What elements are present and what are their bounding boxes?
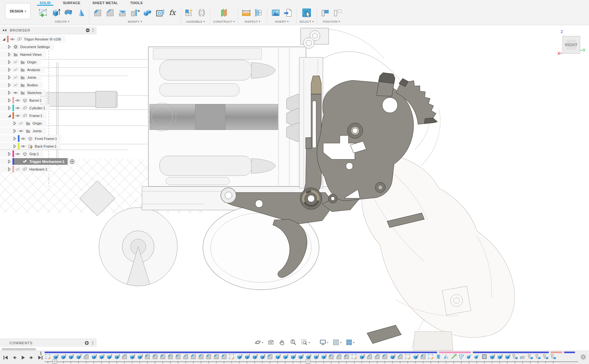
visibility-eye-icon[interactable] xyxy=(13,90,18,95)
expand-arrow-icon[interactable] xyxy=(7,159,12,164)
browser-row-content[interactable]: Document Settings xyxy=(12,43,53,50)
timeline-feature-extrude-27[interactable] xyxy=(251,353,258,363)
zoom-button[interactable] xyxy=(289,338,297,346)
orbit-button[interactable]: ▾ xyxy=(254,338,264,346)
viewport-canvas[interactable]: BROWSER Trigun Revolver III v156Document… xyxy=(0,25,589,351)
grid-settings-button[interactable]: ▾ xyxy=(332,338,342,346)
browser-row-back-frame-1[interactable]: Back Frame:1 xyxy=(0,143,61,149)
fillet-icon[interactable] xyxy=(105,7,116,18)
add-comment-icon[interactable] xyxy=(85,341,89,345)
workspace-switcher[interactable]: DESIGN ▾ xyxy=(5,3,31,19)
expand-arrow-icon[interactable] xyxy=(7,83,12,88)
group-assemble-label[interactable]: ASSEMBLE▾ xyxy=(186,20,205,23)
new-component-icon[interactable] xyxy=(184,7,195,18)
browser-row-grip-1[interactable]: Grip:1 xyxy=(0,150,43,157)
timeline-feature-extrude-4[interactable] xyxy=(75,353,82,363)
timeline-feature-component-65[interactable] xyxy=(542,353,549,363)
group-position-label[interactable]: POSITION▾ xyxy=(323,20,340,23)
visibility-eye-off-icon[interactable] xyxy=(13,67,18,72)
step-forward-button[interactable] xyxy=(28,354,35,361)
visibility-eye-icon[interactable] xyxy=(15,151,20,157)
timeline-feature-extrude-25[interactable] xyxy=(236,353,242,363)
timeline-settings-gear-icon[interactable] xyxy=(580,354,586,361)
go-to-start-button[interactable] xyxy=(3,354,9,361)
visibility-eye-off-icon[interactable] xyxy=(13,75,18,80)
timeline-feature-fillet-20[interactable] xyxy=(198,353,204,363)
timeline-feature-combine-55[interactable] xyxy=(466,353,472,363)
play-button[interactable] xyxy=(20,354,26,361)
loft-icon[interactable] xyxy=(75,7,86,18)
timeline-feature-chamfer-5[interactable] xyxy=(83,353,89,363)
display-settings-button[interactable]: ▾ xyxy=(319,338,329,346)
browser-row-frame-1[interactable]: Frame:1 xyxy=(0,112,47,119)
browser-row-origin[interactable]: Origin xyxy=(0,59,41,65)
visibility-eye-off-icon[interactable] xyxy=(18,121,24,126)
timeline-feature-extrude-6[interactable] xyxy=(91,353,97,363)
scroll-pill[interactable] xyxy=(2,348,36,350)
timeline-feature-fillet-21[interactable] xyxy=(205,353,212,363)
timeline-feature-fillet-29[interactable] xyxy=(267,353,273,363)
browser-row-content[interactable]: Frame:1 xyxy=(14,112,46,119)
expand-arrow-icon[interactable] xyxy=(7,90,12,95)
timeline-feature-combine-56[interactable] xyxy=(473,353,480,363)
expand-arrow-icon[interactable] xyxy=(7,106,12,111)
visibility-eye-icon[interactable] xyxy=(15,106,20,111)
group-select-label[interactable]: SELECT▾ xyxy=(300,20,314,23)
browser-row-document-settings[interactable]: Document Settings xyxy=(0,43,54,50)
tab-surface[interactable]: SURFACE xyxy=(63,1,80,5)
viewports-button[interactable]: ▾ xyxy=(345,338,355,346)
browser-row-content[interactable]: Named Views xyxy=(12,51,45,58)
browser-row-named-views[interactable]: Named Views xyxy=(0,51,46,58)
timeline-feature-extrude-45[interactable] xyxy=(389,353,396,363)
position-capture-icon[interactable] xyxy=(320,7,331,18)
activate-component-radio[interactable] xyxy=(70,159,75,164)
timeline-feature-fillet-44[interactable] xyxy=(382,353,388,363)
browser-row-content[interactable]: Joints xyxy=(12,74,40,81)
browser-row-trigger-mechanism-1[interactable]: Trigger Mechanism:1 xyxy=(0,158,76,165)
timeline-feature-frame-57[interactable] xyxy=(481,353,488,363)
panel-resize-handle[interactable] xyxy=(92,28,94,33)
browser-row-origin[interactable]: Origin xyxy=(0,120,46,127)
browser-row-hardware-1[interactable]: Hardware:1 xyxy=(0,166,52,172)
browser-row-content[interactable]: Grip:1 xyxy=(14,150,42,157)
browser-row-joints[interactable]: Joints xyxy=(0,74,41,81)
visibility-eye-icon[interactable] xyxy=(20,136,26,141)
timeline-feature-fillet-19[interactable] xyxy=(190,353,197,363)
timeline-feature-fillet-17[interactable] xyxy=(175,353,181,363)
timeline-feature-extrude-48[interactable] xyxy=(412,353,419,363)
visibility-eye-icon[interactable] xyxy=(10,37,15,42)
timeline-feature-fillet-39[interactable] xyxy=(343,353,350,363)
zoom-window-button[interactable]: ▾ xyxy=(300,338,310,346)
browser-row-content[interactable]: Front Frame:1 xyxy=(19,135,60,142)
visibility-eye-off-icon[interactable] xyxy=(15,167,20,172)
timeline-feature-chamfer-43[interactable] xyxy=(374,353,380,363)
timeline-feature-sketch-0[interactable] xyxy=(45,353,51,363)
timeline-feature-fillet-49[interactable] xyxy=(420,353,426,363)
timeline-group-collapse-handle[interactable]: − xyxy=(306,359,310,364)
expand-arrow-icon[interactable] xyxy=(12,144,17,149)
browser-row-front-frame-1[interactable]: Front Frame:1 xyxy=(0,135,62,142)
timeline-feature-component-64[interactable] xyxy=(535,353,541,363)
browser-row-content[interactable]: Origin xyxy=(12,59,40,65)
timeline-feature-extrude-36[interactable] xyxy=(320,353,327,363)
change-parameters-icon[interactable]: fx xyxy=(167,7,178,18)
timeline-feature-component-61[interactable] xyxy=(512,353,518,363)
visibility-eye-icon[interactable] xyxy=(15,98,20,103)
timeline-feature-pattern-54[interactable] xyxy=(458,353,465,363)
section-analysis-icon[interactable] xyxy=(253,7,264,18)
pan-button[interactable] xyxy=(278,338,286,346)
press-pull-icon[interactable] xyxy=(92,7,103,18)
draft-icon[interactable] xyxy=(130,7,140,18)
timeline-feature-extrude-60[interactable] xyxy=(504,353,511,363)
browser-row-content[interactable]: Trigun Revolver III v156 xyxy=(9,36,64,42)
timeline-feature-extrude-11[interactable] xyxy=(129,353,135,363)
expand-arrow-icon[interactable] xyxy=(7,52,12,57)
group-create-label[interactable]: CREATE▾ xyxy=(55,20,70,23)
group-insert-label[interactable]: INSERT▾ xyxy=(275,20,289,23)
visibility-eye-icon[interactable] xyxy=(15,113,20,118)
timeline-feature-component-63[interactable] xyxy=(527,353,533,363)
group-modify-label[interactable]: MODIFY▾ xyxy=(128,20,142,23)
visibility-eye-icon[interactable] xyxy=(15,159,20,164)
group-inspect-label[interactable]: INSPECT▾ xyxy=(244,20,260,23)
timeline-feature-extrude-41[interactable] xyxy=(359,353,365,363)
